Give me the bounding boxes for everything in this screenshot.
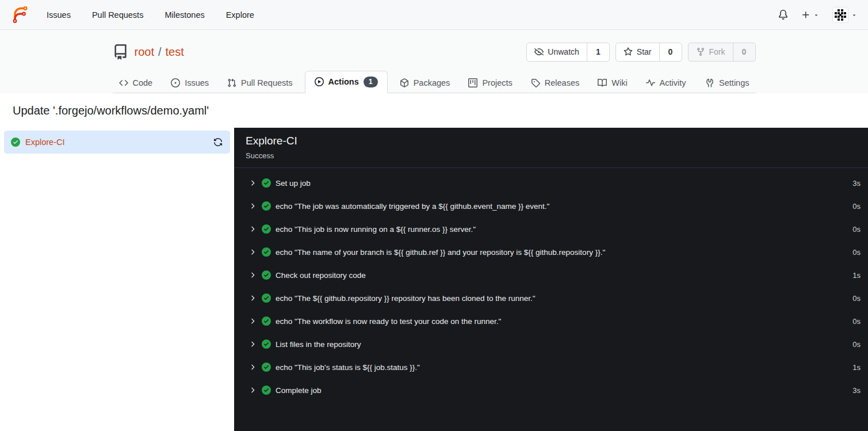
check-circle-icon bbox=[262, 386, 271, 395]
pulse-icon bbox=[646, 78, 655, 87]
chevron-right-icon[interactable] bbox=[248, 179, 257, 187]
step-row[interactable]: Set up job3s bbox=[234, 171, 868, 194]
tab-label: Activity bbox=[660, 78, 686, 87]
step-row[interactable]: Complete job3s bbox=[234, 379, 868, 402]
step-name: List files in the repository bbox=[276, 340, 361, 349]
unwatch-button[interactable]: Unwatch bbox=[527, 43, 586, 61]
play-circle-icon bbox=[315, 77, 324, 86]
check-circle-icon bbox=[262, 270, 271, 280]
forgejo-logo[interactable] bbox=[11, 5, 30, 24]
steps-list: Set up job3secho "The job was automatica… bbox=[234, 168, 868, 402]
nav-item-pull-requests[interactable]: Pull Requests bbox=[92, 8, 143, 22]
create-new-dropdown[interactable] bbox=[801, 10, 819, 20]
tab-label: Wiki bbox=[611, 78, 627, 87]
check-circle-icon bbox=[262, 247, 271, 257]
watch-button-group: Unwatch 1 bbox=[526, 43, 609, 62]
chevron-right-icon[interactable] bbox=[248, 340, 257, 348]
tab-label: Pull Requests bbox=[241, 78, 292, 87]
star-icon bbox=[624, 47, 633, 56]
nav-item-explore[interactable]: Explore bbox=[226, 8, 254, 22]
step-name: echo "This job is now running on a ${{ r… bbox=[276, 225, 476, 234]
notifications-button[interactable] bbox=[778, 10, 788, 20]
forks-count[interactable]: 0 bbox=[733, 43, 755, 61]
eye-closed-icon bbox=[534, 47, 544, 56]
tab-activity[interactable]: Activity bbox=[640, 73, 693, 93]
nav-item-issues[interactable]: Issues bbox=[47, 8, 71, 22]
step-duration: 0s bbox=[852, 294, 861, 303]
jobs-sidebar: Explore-CI bbox=[0, 128, 234, 431]
star-label: Star bbox=[637, 47, 652, 56]
navbar-right bbox=[778, 7, 857, 23]
star-button-group: Star 0 bbox=[615, 43, 682, 62]
repo-icon bbox=[113, 44, 128, 60]
avatar-identicon bbox=[832, 7, 848, 23]
step-row[interactable]: echo "The ${{ github.repository }} repos… bbox=[234, 287, 868, 310]
nav-item-milestones[interactable]: Milestones bbox=[165, 8, 204, 22]
user-menu-dropdown[interactable] bbox=[832, 7, 857, 23]
check-circle-icon bbox=[262, 224, 271, 234]
chevron-right-icon[interactable] bbox=[248, 202, 257, 210]
actions-count-badge: 1 bbox=[364, 77, 378, 87]
step-row[interactable]: echo "This job is now running on a ${{ r… bbox=[234, 218, 868, 241]
step-row[interactable]: echo "The job was automatically triggere… bbox=[234, 194, 868, 218]
fork-icon bbox=[696, 47, 705, 56]
watchers-count[interactable]: 1 bbox=[587, 43, 609, 61]
tab-label: Issues bbox=[185, 78, 209, 87]
page-title-bar: Update '.forgejo/workflows/demo.yaml' bbox=[0, 93, 868, 128]
tab-releases[interactable]: Releases bbox=[525, 73, 586, 93]
sync-icon bbox=[213, 138, 223, 147]
star-button[interactable]: Star bbox=[616, 43, 659, 61]
tab-wiki[interactable]: Wiki bbox=[591, 73, 633, 93]
tab-issues[interactable]: Issues bbox=[165, 73, 215, 93]
tag-icon bbox=[531, 78, 540, 87]
chevron-right-icon[interactable] bbox=[248, 271, 257, 279]
chevron-right-icon[interactable] bbox=[248, 294, 257, 302]
tab-label: Code bbox=[133, 78, 153, 87]
rerun-job-button[interactable] bbox=[213, 138, 223, 147]
step-row[interactable]: echo "This job's status is ${{ job.statu… bbox=[234, 356, 868, 379]
stars-count[interactable]: 0 bbox=[659, 43, 682, 61]
run-log-panel: Explore-CI Success Set up job3secho "The… bbox=[234, 128, 868, 431]
step-row[interactable]: Check out repository code1s bbox=[234, 264, 868, 287]
tab-packages[interactable]: Packages bbox=[393, 73, 457, 93]
step-name: echo "The ${{ github.repository }} repos… bbox=[276, 294, 536, 303]
top-navbar: Issues Pull Requests Milestones Explore bbox=[0, 0, 868, 30]
run-panel-header: Explore-CI Success bbox=[234, 128, 868, 168]
fork-label: Fork bbox=[709, 47, 725, 56]
unwatch-label: Unwatch bbox=[548, 47, 579, 56]
repo-owner-link[interactable]: root bbox=[135, 45, 154, 59]
step-name: echo "The job was automatically triggere… bbox=[276, 202, 549, 211]
tab-pull-requests[interactable]: Pull Requests bbox=[221, 73, 299, 93]
tools-icon bbox=[705, 78, 714, 87]
step-duration: 0s bbox=[852, 340, 861, 349]
repo-separator: / bbox=[158, 45, 162, 59]
step-name: Complete job bbox=[276, 386, 322, 395]
repo-name-link[interactable]: test bbox=[166, 45, 184, 59]
code-icon bbox=[119, 78, 128, 87]
check-circle-icon bbox=[262, 363, 271, 372]
step-duration: 3s bbox=[852, 386, 861, 395]
chevron-right-icon[interactable] bbox=[248, 363, 257, 371]
step-name: echo "The workflow is now ready to test … bbox=[276, 317, 501, 326]
step-row[interactable]: echo "The workflow is now ready to test … bbox=[234, 310, 868, 333]
project-icon bbox=[468, 78, 477, 87]
tab-settings[interactable]: Settings bbox=[699, 73, 755, 93]
chevron-right-icon[interactable] bbox=[248, 248, 257, 256]
chevron-right-icon[interactable] bbox=[248, 386, 257, 394]
step-duration: 0s bbox=[852, 248, 861, 257]
tab-actions[interactable]: Actions 1 bbox=[305, 71, 388, 93]
tab-label: Releases bbox=[545, 78, 579, 87]
tab-projects[interactable]: Projects bbox=[462, 73, 518, 93]
chevron-right-icon[interactable] bbox=[248, 317, 257, 325]
tab-code[interactable]: Code bbox=[113, 73, 159, 93]
job-item-explore-ci[interactable]: Explore-CI bbox=[4, 131, 230, 154]
step-name: Set up job bbox=[276, 179, 311, 188]
step-row[interactable]: List files in the repository0s bbox=[234, 333, 868, 356]
repo-tabbar: Code Issues Pull Requests Actions 1 Pack… bbox=[113, 70, 756, 93]
fork-button[interactable]: Fork bbox=[689, 43, 733, 61]
chevron-right-icon[interactable] bbox=[248, 225, 257, 233]
step-name: echo "The name of your branch is ${{ git… bbox=[276, 248, 605, 257]
step-row[interactable]: echo "The name of your branch is ${{ git… bbox=[234, 241, 868, 264]
tab-label: Packages bbox=[414, 78, 450, 87]
tab-label: Actions bbox=[328, 77, 359, 86]
